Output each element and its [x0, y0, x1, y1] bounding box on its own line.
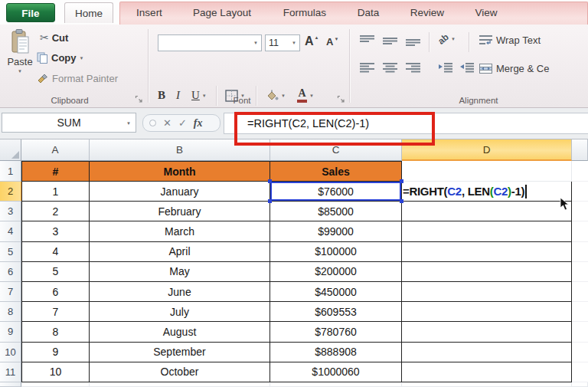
row-header-6[interactable]: 6 — [0, 262, 21, 282]
italic-button[interactable]: I — [176, 89, 180, 102]
row-header-8[interactable]: 8 — [0, 302, 21, 322]
copy-dropdown-icon[interactable]: ▼ — [80, 56, 84, 61]
format-painter-button[interactable]: Format Painter — [37, 73, 118, 84]
cell-E11[interactable] — [572, 362, 588, 382]
cell-D3[interactable] — [402, 202, 572, 221]
align-top-button[interactable] — [360, 35, 374, 46]
cell-D11[interactable] — [402, 362, 572, 382]
cell-D8[interactable] — [402, 302, 572, 322]
row-header-2[interactable]: 2 — [0, 182, 21, 202]
tab-page-layout[interactable]: Page Layout — [182, 2, 262, 23]
cell-B10[interactable]: September — [90, 343, 270, 362]
tab-home[interactable]: Home — [64, 2, 113, 23]
font-size-dropdown-icon[interactable]: ▼ — [292, 41, 296, 45]
tab-insert[interactable]: Insert — [127, 2, 172, 23]
cell-A8[interactable]: 7 — [21, 302, 90, 322]
cell-E2[interactable] — [572, 182, 588, 202]
copy-button[interactable]: Copy ▼ — [37, 52, 83, 64]
clipboard-dialog-launcher-icon[interactable] — [135, 95, 143, 103]
cell-A4[interactable]: 3 — [21, 221, 90, 241]
cut-button[interactable]: ✂ Cut — [40, 31, 68, 44]
cell-B3[interactable]: February — [90, 202, 270, 221]
name-box-dropdown-icon[interactable]: ▼ — [126, 121, 131, 126]
cell-C3[interactable]: $85000 — [270, 202, 402, 221]
row-header-3[interactable]: 3 — [0, 202, 21, 221]
cell-E6[interactable] — [572, 262, 588, 282]
cell-B1[interactable]: Month — [90, 161, 270, 182]
cell-D4[interactable] — [402, 221, 572, 241]
orientation-button[interactable]: ab ▼ — [438, 34, 456, 44]
formula-input[interactable]: =RIGHT(C2, LEN(C2)-1) — [224, 113, 588, 134]
row-header-7[interactable]: 7 — [0, 282, 21, 302]
orientation-dropdown-icon[interactable]: ▼ — [451, 37, 456, 41]
cell-A10[interactable]: 9 — [21, 343, 90, 362]
align-middle-button[interactable] — [383, 35, 397, 46]
cell-D7[interactable] — [402, 282, 572, 302]
grow-font-button[interactable]: A ▲ — [305, 34, 319, 48]
enter-button[interactable]: ✓ — [178, 118, 187, 128]
increase-indent-button[interactable] — [459, 63, 474, 74]
font-dialog-launcher-icon[interactable] — [337, 95, 345, 103]
wrap-text-button[interactable]: Wrap Text — [479, 34, 541, 46]
tab-review[interactable]: Review — [400, 2, 455, 23]
cell-E3[interactable] — [572, 202, 588, 221]
cell-B9[interactable]: August — [90, 322, 270, 342]
paste-button[interactable]: Paste ▼ — [4, 28, 36, 99]
cell-C5[interactable]: $100000 — [270, 242, 402, 262]
paste-dropdown-icon[interactable]: ▼ — [18, 69, 22, 74]
row-header-5[interactable]: 5 — [0, 242, 21, 262]
cell-E10[interactable] — [572, 343, 588, 362]
align-bottom-button[interactable] — [406, 35, 420, 46]
cell-C7[interactable]: $450000 — [270, 282, 402, 302]
cell-D6[interactable] — [402, 262, 572, 282]
row-header-9[interactable]: 9 — [0, 322, 21, 342]
cell-A3[interactable]: 2 — [21, 202, 90, 221]
font-name-dropdown-icon[interactable]: ▼ — [253, 41, 258, 45]
column-header-C[interactable]: C — [270, 139, 402, 161]
shrink-font-button[interactable]: A ▼ — [326, 36, 338, 48]
cell-B4[interactable]: March — [90, 221, 270, 241]
tab-formulas[interactable]: Formulas — [271, 2, 338, 23]
row-header-10[interactable]: 10 — [0, 343, 21, 362]
cell-E9[interactable] — [572, 322, 588, 342]
cell-D2[interactable]: =RIGHT(C2, LEN(C2)-1) — [402, 182, 572, 202]
row-header-4[interactable]: 4 — [0, 221, 21, 241]
align-left-button[interactable] — [360, 63, 374, 74]
font-name-combo[interactable]: ▼ — [158, 34, 262, 51]
cell-A11[interactable]: 10 — [21, 362, 90, 382]
bold-button[interactable]: B — [158, 89, 165, 102]
cell-C2[interactable]: $76000 — [270, 182, 402, 202]
cell-E4[interactable] — [572, 221, 588, 241]
column-header-B[interactable]: B — [90, 139, 270, 161]
font-size-combo[interactable]: 11 ▼ — [265, 34, 300, 51]
font-color-dropdown-icon[interactable]: ▼ — [309, 93, 314, 98]
cell-C11[interactable]: $1000060 — [270, 362, 402, 382]
cell-B5[interactable]: April — [90, 242, 270, 262]
cell-B8[interactable]: July — [90, 302, 270, 322]
align-center-button[interactable] — [383, 63, 397, 74]
select-all-corner[interactable] — [0, 139, 21, 161]
cell-D10[interactable] — [402, 343, 572, 362]
cell-B7[interactable]: June — [90, 282, 270, 302]
cell-C1[interactable]: Sales — [270, 161, 402, 182]
cell-C8[interactable]: $609553 — [270, 302, 402, 322]
tab-view[interactable]: View — [462, 2, 510, 23]
cell-A7[interactable]: 6 — [21, 282, 90, 302]
cell-A2[interactable]: 1 — [21, 182, 90, 202]
cell-C4[interactable]: $99000 — [270, 221, 402, 241]
row-header-12-partial[interactable] — [0, 382, 21, 387]
cell-D5[interactable] — [402, 242, 572, 262]
tab-file[interactable]: File — [6, 3, 55, 22]
cell-C6[interactable]: $200000 — [270, 262, 402, 282]
cell-B11[interactable]: October — [90, 362, 270, 382]
cell-C9[interactable]: $780760 — [270, 322, 402, 342]
cell-B6[interactable]: May — [90, 262, 270, 282]
cell-E7[interactable] — [572, 282, 588, 302]
cell-A6[interactable]: 5 — [21, 262, 90, 282]
cell-D1[interactable] — [402, 161, 572, 182]
cell-A1[interactable]: # — [21, 161, 90, 182]
cell-B2[interactable]: January — [90, 182, 270, 202]
merge-center-button[interactable]: Merge & Ce — [479, 63, 588, 74]
row-header-1[interactable]: 1 — [0, 161, 21, 182]
row-header-11[interactable]: 11 — [0, 362, 21, 382]
